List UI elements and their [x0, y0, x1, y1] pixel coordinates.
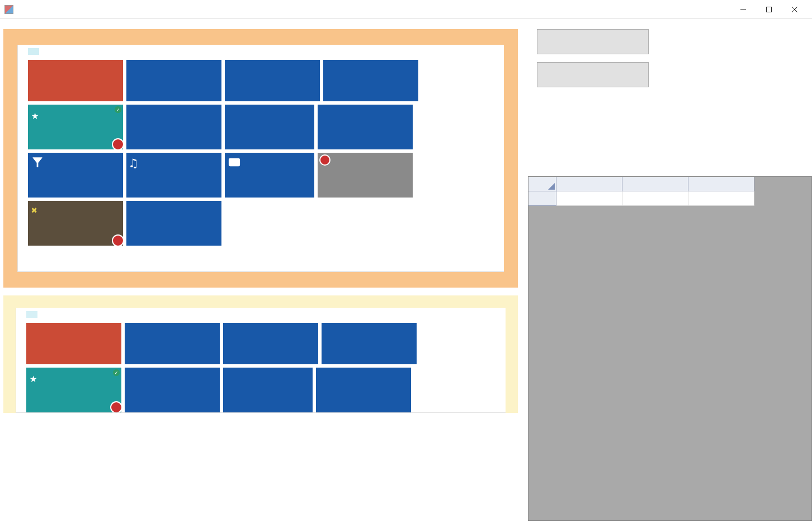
offline-badge — [112, 234, 123, 246]
grid-header-col2[interactable] — [622, 177, 688, 191]
tile-item11[interactable] — [225, 153, 314, 198]
glass-icon — [31, 156, 44, 171]
check-icon: ✓ — [112, 369, 120, 377]
grid-body-empty — [528, 206, 811, 520]
x-icon: ✖ — [31, 204, 37, 216]
tile-item12[interactable] — [318, 153, 413, 198]
grid-cell[interactable] — [622, 191, 688, 206]
grid-header-col3[interactable] — [688, 177, 754, 191]
message-panel: ★ ✓ — [16, 308, 506, 413]
tile-cell3[interactable] — [223, 323, 318, 364]
tile-cell8[interactable] — [316, 368, 411, 412]
grid-cell[interactable] — [688, 191, 754, 206]
star-icon: ★ — [30, 371, 37, 385]
tile-cell5[interactable]: ★ ✓ — [28, 105, 123, 149]
tile-cell4[interactable] — [322, 323, 417, 364]
svg-rect-1 — [767, 7, 772, 12]
grid-header-row — [528, 177, 811, 191]
grid-cell[interactable] — [556, 191, 622, 206]
right-pane — [528, 19, 812, 531]
badge-99 — [112, 138, 123, 149]
tile-offline[interactable]: ✖ — [28, 201, 123, 246]
message-panel-title — [26, 311, 37, 318]
maximize-button[interactable] — [756, 1, 782, 18]
message-panel-outer: ★ ✓ — [3, 295, 518, 413]
grid-corner[interactable] — [528, 177, 556, 191]
tile-container[interactable] — [126, 201, 221, 246]
window-titlebar — [0, 0, 812, 19]
ban-icon — [319, 154, 331, 166]
monitor-panel-title — [28, 48, 39, 55]
tile-cell6[interactable] — [125, 368, 220, 412]
envelope-icon — [228, 156, 240, 171]
tile-cell1[interactable] — [26, 323, 121, 364]
tile-cell6[interactable] — [126, 105, 221, 149]
slide-panel-1-button[interactable] — [537, 29, 649, 54]
left-pane: ★ ✓ — [0, 19, 528, 531]
check-icon: ✓ — [114, 106, 122, 114]
tile-item3[interactable] — [28, 153, 123, 198]
tile-item4[interactable]: ♫ — [126, 153, 221, 198]
grid-new-row[interactable] — [528, 191, 811, 206]
badge-99 — [110, 401, 121, 412]
slide-panel-2-button[interactable] — [537, 62, 649, 87]
monitor-panel: ★ ✓ — [17, 45, 504, 272]
star-icon: ★ — [31, 108, 39, 122]
app-icon — [4, 5, 13, 14]
data-grid[interactable] — [528, 176, 812, 521]
minimize-button[interactable] — [730, 1, 756, 18]
tile-cell4[interactable] — [323, 60, 418, 101]
tile-cell8[interactable] — [318, 105, 413, 149]
music-icon: ♫ — [130, 156, 137, 170]
tile-cell7[interactable] — [225, 105, 314, 149]
tile-cell2[interactable] — [125, 323, 220, 364]
close-button[interactable] — [782, 1, 808, 18]
tile-cell2[interactable] — [126, 60, 221, 101]
tile-cell7[interactable] — [223, 368, 313, 412]
tile-cell1[interactable] — [28, 60, 123, 101]
tile-cell5[interactable]: ★ ✓ — [26, 368, 121, 412]
tile-cell3[interactable] — [225, 60, 320, 101]
grid-header-col1[interactable] — [556, 177, 622, 191]
monitor-panel-outer: ★ ✓ — [3, 29, 518, 288]
grid-row-header[interactable] — [528, 191, 556, 206]
